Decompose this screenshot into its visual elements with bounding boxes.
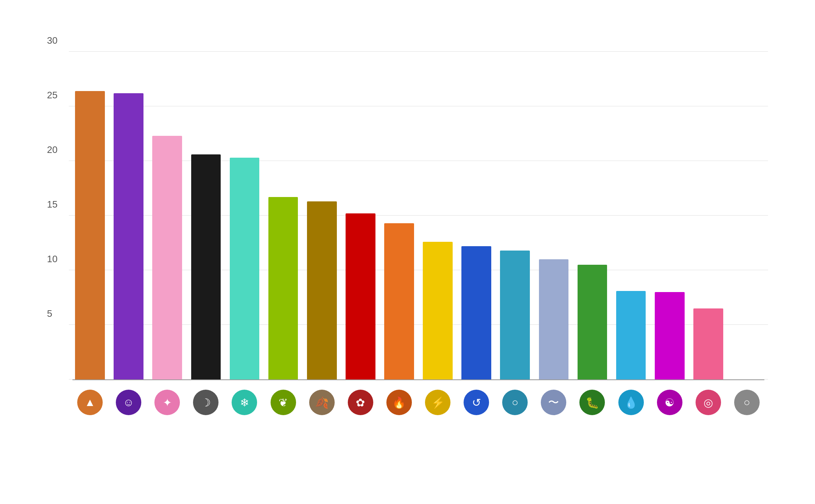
- icon-circle-1: ☺: [116, 390, 141, 415]
- icon-item-10: ↺: [459, 383, 494, 415]
- icon-item-11: ○: [497, 383, 532, 415]
- bar-0: [75, 91, 105, 379]
- icon-item-2: ✦: [150, 383, 185, 415]
- bar-11: [500, 251, 530, 379]
- bar-group-3: [188, 52, 223, 379]
- icon-circle-13: 🐛: [579, 390, 605, 415]
- bar-6: [307, 201, 337, 379]
- bar-group-2: [150, 52, 185, 379]
- icon-item-3: ☽: [188, 383, 223, 415]
- icon-circle-5: ❦: [271, 390, 296, 415]
- bar-group-1: [111, 52, 146, 379]
- icon-item-5: ❦: [266, 383, 301, 415]
- grid-label-10: 10: [47, 253, 58, 265]
- bar-5: [268, 197, 298, 379]
- icon-circle-16: ◎: [696, 390, 721, 415]
- icon-item-9: ⚡: [420, 383, 455, 415]
- icon-item-6: 🍂: [304, 383, 339, 415]
- icon-circle-14: 💧: [618, 390, 644, 415]
- bar-group-4: [227, 52, 262, 379]
- bar-group-14: [614, 52, 649, 379]
- icon-item-15: ☯: [652, 383, 687, 415]
- bar-14: [616, 291, 646, 379]
- bar-9: [423, 242, 453, 379]
- bar-4: [230, 158, 260, 379]
- icon-circle-3: ☽: [193, 390, 218, 415]
- icon-item-0: ▲: [72, 383, 107, 415]
- grid-label-20: 20: [47, 144, 58, 155]
- icon-item-4: ❄: [227, 383, 262, 415]
- icon-item-7: ✿: [343, 383, 378, 415]
- bar-15: [655, 292, 685, 379]
- bar-13: [578, 265, 607, 379]
- icon-circle-2: ✦: [154, 390, 180, 415]
- icon-circle-12: 〜: [541, 390, 566, 415]
- bars-row: [69, 52, 768, 379]
- bar-group-8: [382, 52, 417, 379]
- grid-label-30: 30: [47, 35, 58, 46]
- icon-item-17: ○: [729, 383, 764, 415]
- grid-and-bars: 51015202530: [69, 52, 768, 379]
- bar-7: [346, 213, 375, 379]
- bar-group-11: [497, 52, 532, 379]
- icon-circle-4: ❄: [232, 390, 257, 415]
- icon-circle-17: ○: [734, 390, 760, 415]
- icon-item-8: 🔥: [382, 383, 417, 415]
- bar-16: [693, 308, 723, 379]
- grid-label-5: 5: [47, 308, 52, 319]
- bar-group-12: [536, 52, 571, 379]
- bar-group-16: [691, 52, 726, 379]
- x-axis-line: [72, 379, 764, 380]
- bar-3: [191, 154, 221, 379]
- bar-12: [539, 259, 569, 379]
- icon-circle-15: ☯: [657, 390, 682, 415]
- bar-group-7: [343, 52, 378, 379]
- icon-circle-6: 🍂: [309, 390, 335, 415]
- bar-1: [114, 93, 143, 379]
- icon-circle-7: ✿: [348, 390, 373, 415]
- icon-item-16: ◎: [691, 383, 726, 415]
- icon-circle-8: 🔥: [386, 390, 412, 415]
- grid-label-15: 15: [47, 199, 58, 210]
- chart-area: 51015202530: [69, 52, 768, 379]
- bar-group-13: [575, 52, 610, 379]
- bar-group-5: [266, 52, 301, 379]
- bar-10: [461, 246, 491, 379]
- icon-circle-0: ▲: [77, 390, 103, 415]
- bar-8: [384, 223, 414, 379]
- chart-container: 51015202530 ▲☺✦☽❄❦🍂✿🔥⚡↺○〜🐛💧☯◎○: [25, 19, 790, 485]
- bar-group-10: [459, 52, 494, 379]
- icon-circle-9: ⚡: [425, 390, 450, 415]
- icon-item-13: 🐛: [575, 383, 610, 415]
- icon-circle-10: ↺: [464, 390, 489, 415]
- icon-item-14: 💧: [614, 383, 649, 415]
- bar-group-15: [652, 52, 687, 379]
- bar-2: [152, 136, 182, 379]
- bar-group-6: [304, 52, 339, 379]
- icon-item-1: ☺: [111, 383, 146, 415]
- icon-circle-11: ○: [502, 390, 528, 415]
- icons-row: ▲☺✦☽❄❦🍂✿🔥⚡↺○〜🐛💧☯◎○: [69, 383, 768, 415]
- bar-group-0: [72, 52, 107, 379]
- icon-item-12: 〜: [536, 383, 571, 415]
- bar-group-9: [420, 52, 455, 379]
- grid-label-25: 25: [47, 90, 58, 101]
- bar-group-17: [729, 52, 764, 379]
